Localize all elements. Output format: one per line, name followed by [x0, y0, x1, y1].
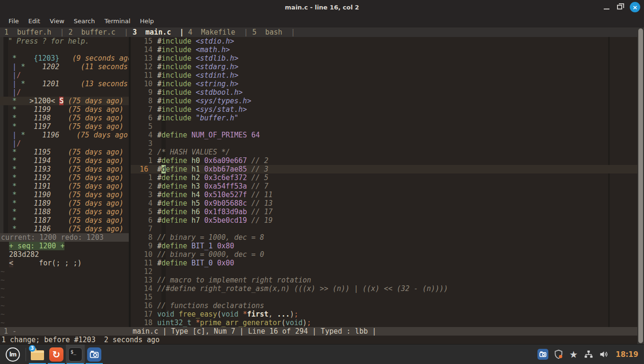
- line-number: 1: [131, 156, 157, 165]
- folder-icon: [31, 350, 44, 360]
- code-line: 3#define h4 0x510e527f // 11: [131, 191, 637, 199]
- undotree-panel: " Press ? for help. * {1203} (9 seconds …: [0, 37, 129, 327]
- restore-icon[interactable]: [617, 5, 622, 9]
- undotree-row: * 1190 (75 days ago): [0, 191, 129, 199]
- undotree-row: * 1188 (75 days ago): [0, 208, 129, 216]
- volume-icon[interactable]: [599, 349, 609, 360]
- code-line: 6#define h7 0x5be0cd19 // 19: [131, 216, 637, 225]
- line-number: 16: [131, 165, 157, 173]
- line-number: 8: [131, 233, 157, 242]
- tab-main-c[interactable]: 3 main.c: [128, 28, 179, 36]
- code-line: 10#include <string.h>: [131, 80, 637, 88]
- code-line: 12: [131, 267, 637, 276]
- code-line: 11#include <stdint.h>: [131, 71, 637, 80]
- menu-edit[interactable]: Edit: [24, 16, 45, 27]
- code-line: 3: [131, 139, 637, 148]
- star-icon[interactable]: ★: [568, 349, 579, 360]
- undotree-row: * >1200< S (75 days ago): [0, 97, 129, 105]
- undotree-row: | * 1196 (75 days ago: [0, 131, 129, 139]
- tab-buffer-c[interactable]: 2 buffer.c: [64, 28, 124, 36]
- diff-row: 283d282: [0, 250, 129, 259]
- diff-row: ~: [0, 267, 129, 276]
- diff-panel[interactable]: + seq: 1200 + 283d282 < for(; ; ;)~~~~~~…: [0, 242, 129, 327]
- code-line: 5: [131, 122, 637, 131]
- diff-row: ~: [0, 276, 129, 284]
- menu-help[interactable]: Help: [135, 16, 159, 27]
- line-number: 11: [131, 259, 157, 267]
- line-number: 5: [131, 122, 157, 131]
- line-number: 12: [131, 267, 157, 276]
- close-icon[interactable]: ×: [630, 2, 640, 12]
- undotree-row: * 1193 (75 days ago): [0, 165, 129, 173]
- taskbar: lm 3 ↻ $_ ★ 18:19: [0, 344, 644, 364]
- network-icon[interactable]: [583, 349, 594, 360]
- code-line: 15#include <stdio.h>: [131, 37, 637, 46]
- menu-file[interactable]: File: [4, 16, 24, 27]
- code-line: 6#include "buffer.h": [131, 114, 637, 122]
- code-line: 1#define h2 0x3c6ef372 // 5: [131, 173, 637, 182]
- line-number: 15: [131, 37, 157, 46]
- taskbar-file-manager[interactable]: 3: [28, 345, 47, 364]
- code-line: 9#include <stdbool.h>: [131, 88, 637, 97]
- menu-search[interactable]: Search: [69, 16, 100, 27]
- terminal-vim-area: 1 buffer.h | 2 buffer.c | 3 main.c | 4 M…: [0, 27, 637, 344]
- refresh-icon: ↻: [49, 347, 63, 362]
- taskbar-screenshot-app[interactable]: [85, 345, 104, 364]
- undotree-row: * 1191 (75 days ago): [0, 182, 129, 191]
- buffer-tabline: 1 buffer.h | 2 buffer.c | 3 main.c | 4 M…: [0, 27, 637, 37]
- line-number: 12: [131, 63, 157, 71]
- code-window[interactable]: 15#include <stdio.h>14#include <math.h>1…: [131, 37, 637, 327]
- minimize-icon[interactable]: [604, 9, 609, 9]
- code-line: 17void free_easy(void *first, ...);: [131, 310, 637, 318]
- line-number: 14: [131, 284, 157, 293]
- code-line: 11#define BIT_0 0x00: [131, 259, 637, 267]
- line-number: 1: [131, 173, 157, 182]
- tab-makefile[interactable]: 4 Makefile: [184, 28, 243, 36]
- scrollbar-thumb[interactable]: [638, 28, 643, 343]
- screenshot-tray-icon[interactable]: [537, 349, 548, 360]
- tab-separator: |: [124, 28, 128, 36]
- taskbar-refresh-app[interactable]: ↻: [47, 345, 66, 364]
- clock[interactable]: 18:19: [616, 350, 638, 359]
- mint-menu-button[interactable]: lm: [0, 345, 26, 364]
- tab-bash[interactable]: 5 bash: [248, 28, 291, 36]
- tab-separator: |: [244, 28, 248, 36]
- undotree-row: [0, 46, 129, 54]
- undotree-row: * {1203} (9 seconds ago: [0, 54, 129, 63]
- text-cursor: d: [161, 165, 166, 173]
- line-number: 4: [131, 199, 157, 208]
- line-number: 10: [131, 250, 157, 259]
- undotree-row: * 1199 (75 days ago): [0, 105, 129, 114]
- line-number: 14: [131, 46, 157, 54]
- line-number: 10: [131, 80, 157, 88]
- tab-buffer-h[interactable]: 1 buffer.h: [0, 28, 60, 36]
- taskbar-terminal[interactable]: $_: [66, 345, 85, 364]
- system-tray: ★ 18:19: [537, 349, 638, 360]
- diff-row: < for(; ; ;): [0, 259, 129, 267]
- line-number: 18: [131, 318, 157, 327]
- terminal-scrollbar[interactable]: [637, 27, 644, 344]
- code-line: 18uint32_t *prime_arr_generator(void);: [131, 318, 637, 327]
- line-number: 5: [131, 208, 157, 216]
- menu-terminal[interactable]: Terminal: [99, 16, 135, 27]
- undotree-row: * 1197 (75 days ago): [0, 122, 129, 131]
- code-line: 14#include <math.h>: [131, 46, 637, 54]
- code-line: 5#define h6 0x1f83d9ab // 17: [131, 208, 637, 216]
- code-line: 4#define h5 0x9b05688c // 13: [131, 199, 637, 208]
- code-line: 2/* HASH VALUES */: [131, 148, 637, 156]
- diff-row: ~: [0, 293, 129, 301]
- line-number: 9: [131, 242, 157, 250]
- line-number: 9: [131, 88, 157, 97]
- statusline: 1 - main.c | Type [c], Num 7 | Line 16 o…: [0, 327, 637, 336]
- line-number: 2: [131, 182, 157, 191]
- tab-separator: |: [291, 28, 295, 36]
- shield-icon[interactable]: [553, 349, 564, 360]
- menu-view[interactable]: View: [45, 16, 69, 27]
- undotree-row: | * 1202 (11 seconds: [0, 63, 129, 71]
- line-number: 2: [131, 148, 157, 156]
- undotree-window[interactable]: " Press ? for help. * {1203} (9 seconds …: [0, 37, 129, 233]
- code-line: 8#include <sys/types.h>: [131, 97, 637, 105]
- line-number: 8: [131, 97, 157, 105]
- undotree-statusline: current: 1200 redo: 1203: [0, 233, 129, 242]
- line-number: 7: [131, 105, 157, 114]
